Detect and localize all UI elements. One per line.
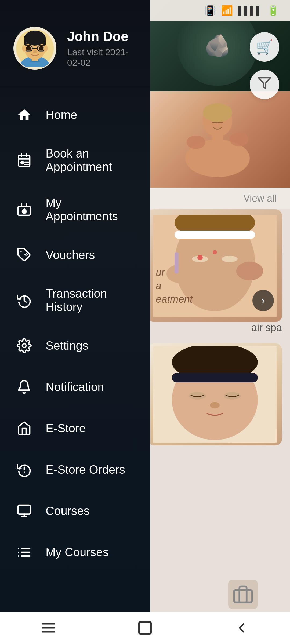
nav-list: Home Book an Appointment [0,86,150,644]
svg-rect-21 [172,373,258,382]
treatment-text-overlay: ur a eatment [156,266,193,306]
svg-point-38 [33,50,37,53]
sidebar-item-vouchers[interactable]: Vouchers [0,234,150,276]
svg-point-22 [189,392,206,400]
transaction-history-label: Transaction History [46,287,136,314]
svg-point-37 [39,46,44,50]
back-button[interactable] [231,617,252,639]
svg-point-36 [26,46,31,50]
user-last-visit: Last visit 2021-02-02 [67,47,137,68]
svg-point-13 [197,255,203,260]
cart-icon-button[interactable]: 🛒 [250,32,279,62]
svg-point-23 [224,392,241,400]
battery-icon: 🔋 [267,5,279,16]
svg-point-39 [22,45,26,52]
appointments-icon [15,200,34,219]
settings-label: Settings [46,339,88,352]
e-store-orders-label: E-Store Orders [46,463,125,476]
wifi-icon: 📶 [221,5,233,16]
courses-icon [15,502,34,520]
svg-rect-25 [234,590,252,602]
book-appointment-label: Book an Appointment [46,147,136,174]
svg-point-12 [222,256,238,262]
home-button[interactable] [134,617,156,639]
signal-icon: ▌▌▌▌ [238,6,262,16]
view-all-section: View all [145,188,290,209]
home-label: Home [46,108,77,122]
sidebar-item-my-appointments[interactable]: My Appointments [0,185,150,234]
treatment-card-inner: ur a eatment › [148,209,282,322]
facial-card[interactable] [148,343,282,445]
svg-marker-0 [259,78,270,88]
history-icon [15,291,34,310]
bell-icon [15,378,34,396]
top-action-icons: 🛒 [145,21,290,110]
svg-rect-67 [139,622,151,634]
drawer-header: John Doe Last visit 2021-02-02 [0,0,150,86]
sidebar-item-transaction-history[interactable]: Transaction History [0,276,150,325]
svg-rect-31 [24,38,26,46]
cart-icon: 🛒 [256,39,273,55]
status-bar: 📳 📶 ▌▌▌▌ 🔋 [145,0,290,21]
sidebar-item-home[interactable]: Home [0,94,150,136]
svg-point-45 [21,162,23,164]
courses-label: Courses [46,504,90,518]
filter-icon [258,76,271,93]
right-content-area: 🪨 📳 📶 ▌▌▌▌ 🔋 🛒 [145,0,290,644]
sidebar-item-e-store[interactable]: E-Store [0,408,150,449]
sidebar-item-settings[interactable]: Settings [0,325,150,366]
e-store-label: E-Store [46,422,86,435]
orders-icon [15,460,34,479]
store-icon [15,419,34,438]
facial-card-inner [148,343,282,445]
nav-drawer: John Doe Last visit 2021-02-02 Home [0,0,150,644]
voucher-icon [15,246,34,264]
svg-point-40 [44,45,48,52]
svg-point-24 [210,402,220,408]
view-all-label[interactable]: View all [244,193,277,204]
my-courses-label: My Courses [46,546,109,559]
home-icon [15,105,34,124]
settings-icon [15,336,34,355]
calendar-icon [15,151,34,170]
svg-rect-32 [44,38,46,46]
svg-point-5 [187,136,205,149]
svg-rect-10 [175,231,255,239]
card-arrow-button[interactable]: › [252,290,274,311]
treatment-card[interactable]: ur a eatment › [148,209,282,322]
bottom-store-icon [228,580,258,609]
svg-point-51 [22,344,26,347]
svg-point-14 [213,250,217,254]
menu-button[interactable] [38,617,59,639]
sidebar-item-courses[interactable]: Courses [0,490,150,532]
svg-rect-55 [18,505,31,514]
vouchers-label: Vouchers [46,248,95,262]
notification-label: Notification [46,380,104,394]
my-courses-icon [15,543,34,562]
sidebar-item-notification[interactable]: Notification [0,366,150,408]
user-avatar [13,27,56,70]
user-info: John Doe Last visit 2021-02-02 [67,29,137,68]
hair-spa-label: air spa [251,322,282,334]
my-appointments-label: My Appointments [46,196,136,223]
system-nav-bar [0,612,290,644]
user-name: John Doe [67,29,137,44]
filter-icon-button[interactable] [250,70,279,99]
svg-point-6 [230,133,248,146]
sidebar-item-e-store-orders[interactable]: E-Store Orders [0,449,150,490]
sidebar-item-book-appointment[interactable]: Book an Appointment [0,136,150,185]
sidebar-item-my-courses[interactable]: My Courses [0,532,150,573]
vibrate-icon: 📳 [204,5,216,16]
svg-point-16 [236,262,263,280]
